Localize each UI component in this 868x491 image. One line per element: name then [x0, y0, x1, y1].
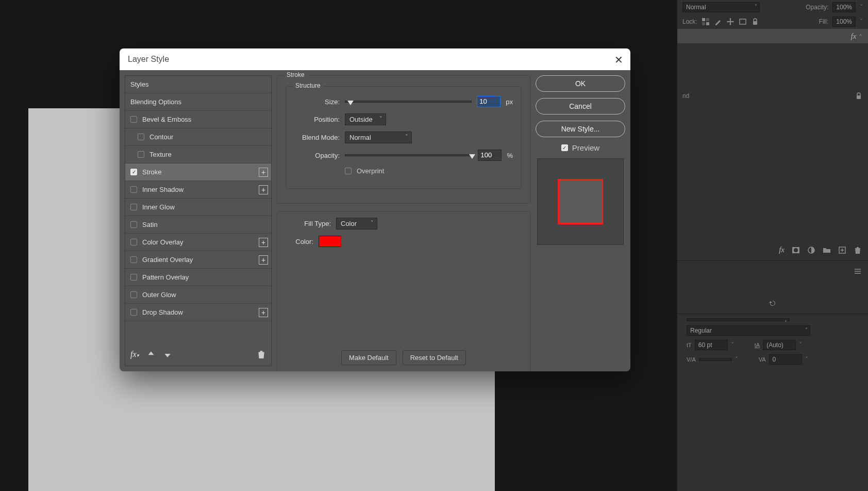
- color-swatch[interactable]: [319, 236, 341, 247]
- opacity-value[interactable]: 100%: [832, 2, 856, 12]
- inner-glow-item[interactable]: Inner Glow: [125, 199, 271, 216]
- styles-list: Styles Blending Options Bevel & Emboss C…: [125, 75, 272, 366]
- gradient-overlay-item[interactable]: Gradient Overlay+: [125, 251, 271, 269]
- reset-default-button[interactable]: Reset to Default: [403, 350, 466, 365]
- move-up-icon[interactable]: [146, 350, 156, 359]
- structure-legend: Structure: [292, 82, 324, 89]
- outer-glow-item[interactable]: Outer Glow: [125, 286, 271, 304]
- svg-rect-4: [740, 19, 746, 24]
- make-default-button[interactable]: Make Default: [341, 350, 396, 365]
- preview-label: Preview: [572, 143, 599, 152]
- fill-label: Fill:: [819, 18, 829, 25]
- blending-options-item[interactable]: Blending Options: [125, 93, 271, 111]
- opacity-label: Opacity:: [294, 152, 340, 159]
- preview-checkbox[interactable]: [561, 144, 568, 151]
- contour-item[interactable]: Contour: [125, 128, 271, 146]
- inner-shadow-item[interactable]: Inner Shadow+: [125, 181, 271, 199]
- gradient-overlay-checkbox[interactable]: [130, 256, 137, 263]
- lock-brush-icon[interactable]: [714, 18, 722, 26]
- close-button[interactable]: ✕: [614, 54, 623, 66]
- stroke-legend: Stroke: [283, 71, 308, 78]
- lock-move-icon[interactable]: [726, 18, 735, 26]
- blendmode-select[interactable]: Normal: [345, 132, 412, 143]
- svg-point-8: [794, 248, 798, 252]
- blendmode-label: Blend Mode:: [294, 134, 340, 141]
- contour-checkbox[interactable]: [138, 134, 144, 140]
- styles-header[interactable]: Styles: [125, 76, 271, 93]
- gradient-overlay-add-button[interactable]: +: [259, 255, 268, 265]
- filltype-select[interactable]: Color: [336, 218, 377, 230]
- layer-name-fragment: nd: [682, 92, 689, 100]
- overprint-checkbox[interactable]: [345, 168, 352, 174]
- fill-value[interactable]: 100%: [832, 17, 856, 27]
- new-layer-icon[interactable]: [838, 246, 846, 254]
- drop-shadow-item[interactable]: Drop Shadow+: [125, 304, 271, 321]
- blend-mode-select[interactable]: Normal: [682, 2, 760, 12]
- fx-menu-icon[interactable]: fx▾: [130, 350, 139, 359]
- filltype-label: Fill Type:: [286, 220, 331, 227]
- lock-label: Lock:: [682, 18, 697, 25]
- lock-all-icon[interactable]: [751, 18, 759, 26]
- layer-style-dialog: Layer Style ✕ Styles Blending Options Be…: [120, 48, 630, 371]
- tracking-value[interactable]: 0: [769, 354, 802, 365]
- satin-item[interactable]: Satin: [125, 216, 271, 234]
- bevel-emboss-checkbox[interactable]: [130, 116, 137, 123]
- lock-artboard-icon[interactable]: [739, 18, 747, 26]
- fx-button-icon[interactable]: fx: [779, 246, 784, 254]
- position-select[interactable]: Outside: [345, 113, 386, 125]
- color-label: Color:: [286, 238, 313, 246]
- size-input[interactable]: 10: [477, 96, 500, 107]
- inner-glow-checkbox[interactable]: [130, 204, 137, 210]
- svg-rect-0: [702, 18, 705, 21]
- delete-effect-icon[interactable]: [257, 350, 266, 359]
- panel-menu-icon[interactable]: [854, 267, 862, 275]
- svg-rect-1: [706, 22, 709, 25]
- color-overlay-item[interactable]: Color Overlay+: [125, 234, 271, 251]
- stroke-checkbox[interactable]: [130, 169, 137, 175]
- kerning-value[interactable]: [699, 358, 732, 361]
- inner-shadow-checkbox[interactable]: [130, 186, 137, 193]
- dialog-titlebar: Layer Style ✕: [120, 48, 630, 70]
- pattern-overlay-item[interactable]: Pattern Overlay: [125, 269, 271, 286]
- preview-thumbnail: [537, 158, 624, 245]
- overprint-label: Overprint: [357, 167, 384, 175]
- opacity-slider[interactable]: [345, 154, 473, 156]
- lock-icon[interactable]: [855, 92, 863, 100]
- drop-shadow-add-button[interactable]: +: [259, 308, 268, 317]
- lock-transparency-icon[interactable]: [702, 18, 710, 26]
- opacity-unit: %: [507, 152, 513, 159]
- outer-glow-checkbox[interactable]: [130, 291, 137, 298]
- adjustment-icon[interactable]: [807, 246, 815, 254]
- font-select[interactable]: [687, 318, 790, 321]
- font-weight-select[interactable]: Regular: [687, 325, 810, 336]
- bevel-emboss-item[interactable]: Bevel & Emboss: [125, 111, 271, 128]
- opacity-input[interactable]: 100: [478, 150, 502, 161]
- svg-rect-6: [857, 95, 861, 99]
- stroke-settings: Stroke Structure Size: 10 px Position: O…: [277, 75, 530, 366]
- mask-icon[interactable]: [792, 246, 800, 254]
- texture-checkbox[interactable]: [138, 151, 144, 158]
- move-down-icon[interactable]: [163, 350, 172, 359]
- cancel-button[interactable]: Cancel: [536, 98, 625, 114]
- stroke-add-button[interactable]: +: [259, 168, 268, 177]
- ok-button[interactable]: OK: [536, 75, 625, 92]
- svg-rect-3: [702, 22, 705, 25]
- color-overlay-checkbox[interactable]: [130, 239, 137, 246]
- leading-value[interactable]: (Auto): [763, 340, 796, 350]
- position-label: Position:: [294, 116, 340, 123]
- inner-shadow-add-button[interactable]: +: [259, 185, 268, 194]
- font-size-value[interactable]: 60 pt: [695, 340, 728, 350]
- tracking-icon: VA: [759, 356, 766, 363]
- new-style-button[interactable]: New Style...: [536, 121, 625, 137]
- drop-shadow-checkbox[interactable]: [130, 309, 137, 316]
- color-overlay-add-button[interactable]: +: [259, 238, 268, 247]
- dialog-title: Layer Style: [128, 55, 169, 64]
- texture-item[interactable]: Texture: [125, 146, 271, 163]
- satin-checkbox[interactable]: [130, 221, 137, 228]
- pattern-overlay-checkbox[interactable]: [130, 274, 137, 281]
- trash-icon[interactable]: [854, 246, 862, 254]
- folder-icon[interactable]: [823, 246, 831, 254]
- size-slider[interactable]: [345, 101, 472, 103]
- stroke-item[interactable]: Stroke+: [125, 163, 271, 181]
- reset-icon[interactable]: [769, 299, 777, 307]
